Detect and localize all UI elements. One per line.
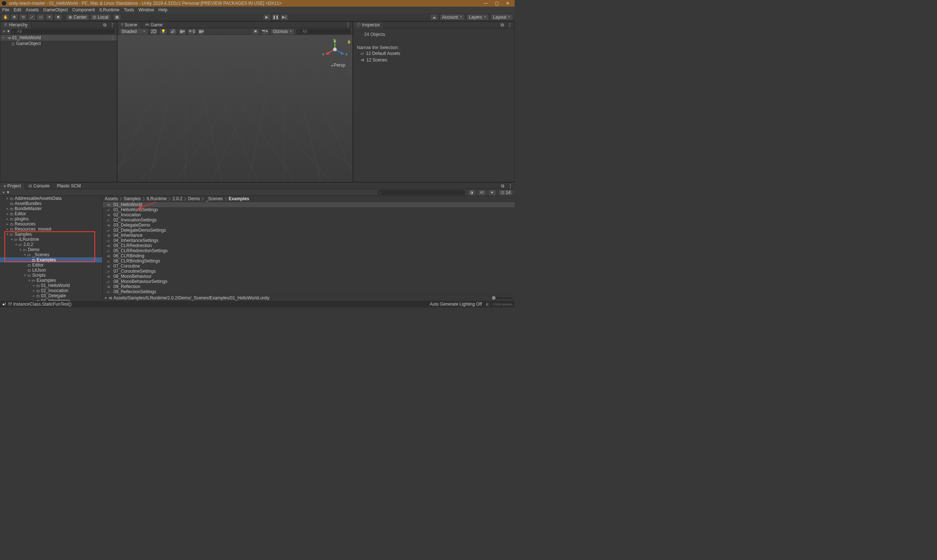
tree-item-resources_moved[interactable]: ▸🗀Resources_moved [0,226,102,232]
scale-tool-button[interactable]: ⤢ [28,14,36,20]
foldout-icon[interactable]: ▾ [3,36,6,40]
layers-dropdown[interactable]: Layers▼ [466,14,489,20]
foldout-icon[interactable]: ▾ [23,253,26,257]
foldout-icon[interactable]: ▾ [6,232,9,236]
foldout-icon[interactable]: ▸ [32,299,35,301]
foldout-icon[interactable]: ▸ [32,294,35,298]
camera-icon[interactable]: 📷▾ [261,28,269,35]
tree-item-examples[interactable]: ▾🗁Examples [0,278,102,283]
menu-help[interactable]: Help [158,7,168,12]
scene-search[interactable]: All [296,29,351,34]
create-dropdown[interactable]: ＋ ▾ [2,28,9,34]
rect-tool-button[interactable]: ▭ [37,14,45,20]
menu-window[interactable]: Window [138,7,154,12]
foldout-icon[interactable]: ▸ [32,284,35,287]
foldout-icon[interactable]: ▸ [6,222,9,226]
hierarchy-tab[interactable]: ☰Hierarchy [0,22,31,28]
hidden-toggle[interactable]: 👁0 [188,28,196,35]
inspector-filter-default-assets[interactable]: ▱12 Default Assets [357,50,511,57]
foldout-icon[interactable]: ▸ [6,227,9,231]
inspector-tab[interactable]: ⓘInspector [353,22,384,28]
cloud-button[interactable]: ☁ [430,14,438,20]
hidden-count-toggle[interactable]: 👁̷14 [499,189,513,196]
lighting-status[interactable]: Auto Generate Lighting Off [430,302,482,307]
context-menu-icon[interactable]: ⋮ [344,22,352,28]
menu-component[interactable]: Component [72,7,95,12]
footer-foldout-icon[interactable]: ▾ [105,295,107,300]
file-item-08_monobehaviour[interactable]: ⊲08_MonoBehaviour [103,274,515,279]
tree-item-_scenes[interactable]: ▾🗁_Scenes [0,252,102,257]
tree-item-demo[interactable]: ▾🗁Demo [0,247,102,252]
game-tab[interactable]: 🎮Game [141,22,166,28]
foldout-icon[interactable]: ▾ [15,243,18,246]
console-tab[interactable]: ▤Console [25,183,53,189]
breadcrumb-item[interactable]: Demo [188,196,200,201]
snap-toggle[interactable]: ▦ [113,14,121,20]
fx-toggle[interactable]: ▦▾ [178,28,186,35]
menu-assets[interactable]: Assets [26,7,39,12]
foldout-icon[interactable]: ▸ [6,207,9,211]
foldout-icon[interactable]: ▸ [6,197,9,200]
move-tool-button[interactable]: ✥ [10,14,18,20]
play-button[interactable]: ▶ [263,14,271,20]
breadcrumb-item[interactable]: ILRuntime [147,196,167,201]
context-menu-icon[interactable]: ⋮ [506,183,515,189]
tree-item-editor[interactable]: ▸🗀Editor [0,211,102,216]
file-item-05_clrredirectionsettings[interactable]: ▱05_CLRRedirectionSettings [103,248,515,253]
tree-item-bundlemaster[interactable]: ▸🗀BundleMaster [0,206,102,211]
menu-tools[interactable]: Tools [124,7,134,12]
tree-item-plugins[interactable]: ▸🗀plugins [0,216,102,222]
project-breadcrumb[interactable]: Assets❯Samples❯ILRuntime❯2.0.2❯Demo❯_Sce… [103,196,515,202]
file-item-04_inheritancesettings[interactable]: ▱04_InheritanceSettings [103,238,515,243]
close-button[interactable]: ✕ [502,1,513,6]
audio-toggle[interactable]: 🔊 [169,28,177,35]
hierarchy-search[interactable]: All [11,29,115,34]
project-search[interactable] [378,190,466,195]
mode-2d-toggle[interactable]: 2D [150,28,158,35]
popout-icon[interactable]: ⧉ [102,22,108,28]
tree-item-resources[interactable]: ▸🗀Resources [0,222,102,226]
project-file-list[interactable]: ⊲01_HelloWorld▱01_HelloWorldSettings⊲02_… [103,202,515,295]
pause-button[interactable]: ❚❚ [272,14,280,20]
file-item-07_coroutine[interactable]: ⊲07_Coroutine [103,263,515,269]
tree-item-examples[interactable]: 🗀Examples [0,257,102,262]
thumbnail-size-slider[interactable] [491,297,512,298]
inspector-filter-scenes[interactable]: ⊲12 Scenes [357,57,511,63]
menu-ilruntime[interactable]: ILRuntime [99,7,119,12]
account-dropdown[interactable]: Account▼ [440,14,465,20]
project-tab[interactable]: ∎Project [0,183,25,189]
maximize-button[interactable]: ▢ [491,1,502,6]
tree-item-2.0.2[interactable]: ▾🗁2.0.2 [0,242,102,247]
file-item-02_invocation[interactable]: ⊲02_Invocation [103,212,515,217]
popout-icon[interactable]: ⧉ [500,183,506,189]
file-item-01_helloworld[interactable]: ⊲01_HelloWorld [103,202,515,207]
tree-item-litjson[interactable]: 🗀LitJson [0,268,102,273]
create-dropdown[interactable]: ＋ ▾ [2,189,9,195]
tree-item-01_helloworld[interactable]: ▸🗀01_HelloWorld [0,283,102,288]
gizmos-dropdown[interactable]: Gizmos▼ [271,28,295,35]
scene-tab[interactable]: #Scene [117,22,141,28]
tree-item-03_delegate[interactable]: ▸🗀03_Delegate [0,293,102,298]
lighting-toggle[interactable]: 💡 [159,28,167,35]
foldout-icon[interactable]: ▸ [32,289,35,292]
minimize-button[interactable]: — [480,1,491,6]
breadcrumb-item[interactable]: _Scenes [206,196,223,201]
tree-item-04_inheritance[interactable]: ▸🗀04_Inheritance [0,298,102,301]
file-item-01_helloworldsettings[interactable]: ▱01_HelloWorldSettings [103,207,515,212]
projection-label[interactable]: ◂ Persp [331,63,345,68]
tree-item-ilruntime[interactable]: ▾🗁ILRuntime [0,237,102,242]
status-message[interactable]: !!! InstanceClass.StaticFunTest() [8,302,72,307]
filter-by-type-icon[interactable]: ◑ [468,189,476,196]
filter-by-label-icon[interactable]: 🏷 [478,189,486,196]
hierarchy-item-row[interactable]: ◫ GameObject [0,41,117,46]
scene-context-icon[interactable]: ⋮ [110,35,115,40]
lock-gizmo-icon[interactable]: 🔒 [347,40,351,43]
step-button[interactable]: ▶| [280,14,288,20]
project-tree[interactable]: ▸🗀AddressableAssetsData🗀AssetBundles▸🗀Bu… [0,196,103,301]
context-menu-icon[interactable]: ⋮ [505,22,514,28]
tool-settings-icon[interactable]: ✖ [251,28,260,35]
grid-toggle[interactable]: ▦▾ [197,28,205,35]
pivot-local-toggle[interactable]: ⊙Local [90,14,111,20]
custom-tool-button[interactable]: ✖ [54,14,62,20]
tree-item-samples[interactable]: ▾🗁Samples [0,232,102,237]
